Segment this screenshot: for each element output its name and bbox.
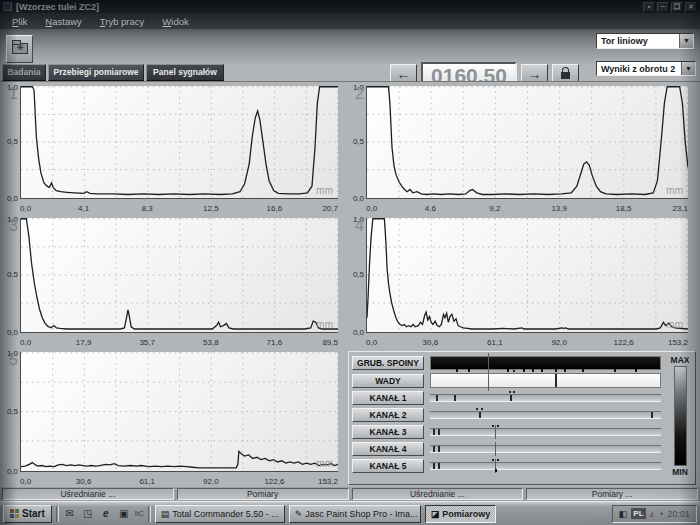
menu-item-nastawy[interactable]: Nastawy [45, 16, 81, 27]
signal-cursor[interactable] [488, 370, 489, 391]
x-tick-label: 13,9 [551, 204, 567, 213]
signal-row-button-kana-4[interactable]: KANAŁ 4 [352, 442, 424, 456]
system-tray: ◧ PL ♪ ◔ 20:01 [612, 505, 697, 523]
mode-dropdown-value: Tor liniowy [597, 36, 679, 46]
chart-4: mm41,00,50,00,030,661,192,0122,6153,2 [348, 215, 696, 347]
lock-icon [561, 72, 570, 79]
x-tick-label: 8,3 [142, 204, 153, 213]
signal-row: KANAŁ 3 [352, 425, 665, 439]
taskbar: Start ✉ ◳ e ▣ ItC ▤ Total Commander 5.50… [0, 501, 700, 525]
status-panel-usrednianie-2: Uśrednianie ... [352, 488, 524, 500]
signal-tick-dot [481, 408, 483, 410]
task-total-commander[interactable]: ▤ Total Commander 5.50 - ... [155, 505, 285, 523]
axis-unit-label: mm [666, 319, 683, 330]
total-commander-icon: ▤ [161, 509, 170, 519]
chevron-down-icon[interactable]: ▼ [681, 62, 695, 75]
signal-bottom-tick [495, 469, 497, 472]
restore-button[interactable]: ❐ [671, 2, 683, 12]
taskbar-divider [56, 506, 59, 522]
chart-plot-area: mm [366, 86, 688, 199]
mode-dropdown[interactable]: Tor liniowy ▼ [596, 33, 694, 49]
tab-badania[interactable]: Badania [2, 64, 46, 81]
signal-row-button-grub-spoiny[interactable]: GRUB. SPOINY [352, 356, 424, 370]
signal-row-button-kana-2[interactable]: KANAŁ 2 [352, 408, 424, 422]
signal-bottom-tick [555, 369, 557, 372]
tab-panel-sygnalow[interactable]: Panel sygnałów [146, 64, 224, 81]
x-tick-label: 23,1 [672, 204, 688, 213]
language-indicator[interactable]: PL [631, 508, 645, 519]
tray-clock-icon[interactable]: ◔ [658, 509, 663, 519]
signal-bottom-tick [635, 369, 637, 372]
start-button[interactable]: Start [3, 505, 52, 523]
menu-item-plik[interactable]: Plik [12, 16, 27, 27]
y-tick-label: 0,0 [2, 467, 18, 476]
x-tick-label: 92,0 [203, 477, 219, 486]
chart-plot-area: mm [20, 218, 338, 333]
signal-row-track [430, 428, 661, 436]
signal-row-button-kana-5[interactable]: KANAŁ 5 [352, 459, 424, 473]
chart-3: mm31,00,50,00,017,935,753,871,689,5 [2, 215, 346, 347]
signal-bottom-tick [614, 369, 616, 372]
system-menu-icon[interactable] [3, 2, 12, 11]
open-file-button[interactable]: ✳ [6, 35, 33, 63]
signal-row-button-kana-3[interactable]: KANAŁ 3 [352, 425, 424, 439]
ie-icon[interactable]: e [99, 508, 113, 519]
title-bar: [Wzorzec tulei ZC2] ▪ ─ ❐ ✕ [0, 0, 700, 13]
x-tick-label: 30,6 [423, 338, 439, 347]
x-tick-label: 0,0 [20, 477, 31, 486]
signal-row: KANAŁ 2 [352, 408, 665, 422]
tray-volume-icon[interactable]: ♪ [650, 509, 655, 519]
axis-unit-label: mm [316, 458, 333, 469]
signal-row-button-kana-1[interactable]: KANAŁ 1 [352, 391, 424, 405]
tab-przebiegi-pomiarowe[interactable]: Przebiegi pomiarowe [48, 64, 144, 81]
menu-item-widok[interactable]: Widok [162, 16, 188, 27]
y-tick-label: 0,5 [348, 270, 364, 279]
x-tick-label: 9,2 [489, 204, 500, 213]
signal-bottom-tick [564, 369, 566, 372]
folder-settings-icon: ✳ [12, 43, 28, 54]
x-tick-label: 0,0 [20, 204, 31, 213]
child-menu-icon[interactable]: ▪ [643, 2, 655, 12]
results-dropdown[interactable]: Wyniki z obrotu 2 ▼ [596, 61, 696, 76]
signal-mark [438, 446, 440, 452]
signal-mark [454, 395, 456, 401]
signal-mark [479, 412, 481, 418]
signal-row-track [430, 373, 661, 388]
computer-icon[interactable]: ▣ [117, 508, 131, 519]
signal-bottom-tick [456, 369, 458, 372]
signal-row-track [430, 394, 661, 402]
gear-icon: ✳ [16, 42, 24, 53]
signal-tick-dot [497, 425, 499, 427]
chart-5: mm51,00,50,00,030,661,192,0122,6153,2 [2, 349, 346, 486]
taskbar-divider [148, 506, 151, 522]
y-tick-label: 0,0 [348, 328, 364, 337]
task-paint-shop-pro[interactable]: ✎ Jasc Paint Shop Pro - Ima... [289, 505, 421, 523]
signal-mark [433, 429, 435, 435]
signal-mark [438, 429, 440, 435]
signal-tick-dot [497, 459, 499, 461]
axis-unit-label: mm [316, 185, 333, 196]
signal-mark [436, 395, 438, 401]
signal-bottom-tick [541, 369, 543, 372]
signal-cursor[interactable] [495, 425, 496, 439]
signal-row-track [430, 411, 661, 419]
chart-number-label: 5 [9, 351, 18, 369]
menu-item-tryb-pracy[interactable]: Tryb pracy [100, 16, 145, 27]
signal-row-button-wady[interactable]: WADY [352, 374, 424, 388]
outlook-icon[interactable]: ✉ [63, 508, 77, 519]
chevron-down-icon[interactable]: ▼ [679, 34, 693, 48]
task-pomiarowy[interactable]: ◪ Pomiarowy [425, 505, 497, 523]
paint-shop-pro-icon: ✎ [295, 509, 303, 519]
signal-cursor[interactable] [495, 442, 496, 456]
minimize-button[interactable]: ─ [657, 2, 669, 12]
desktop-icon[interactable]: ◳ [81, 508, 95, 519]
x-tick-label: 30,6 [76, 477, 92, 486]
close-button[interactable]: ✕ [685, 2, 697, 12]
x-tick-label: 89,5 [322, 338, 338, 347]
x-tick-label: 0,0 [366, 204, 377, 213]
max-label: MAX [668, 355, 692, 365]
signal-row: GRUB. SPOINY [352, 356, 665, 370]
x-tick-label: 61,1 [139, 477, 155, 486]
x-tick-label: 153,2 [318, 477, 338, 486]
tray-app-icon[interactable]: ◧ [619, 509, 628, 519]
